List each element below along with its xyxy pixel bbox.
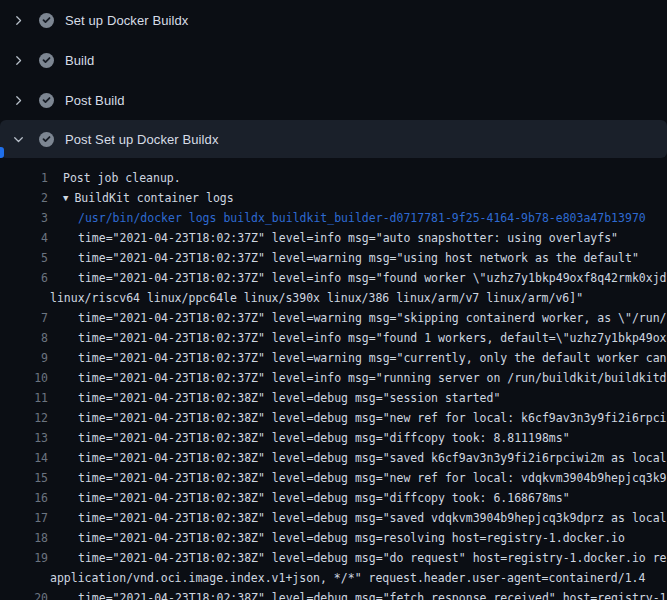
log-text-body: Post job cleanup. [63, 171, 181, 185]
log-text-body: time="2021-04-23T18:02:38Z" level=debug … [78, 471, 667, 485]
log-text: linux/riscv64 linux/ppc64le linux/s390x … [48, 288, 667, 308]
log-text: time="2021-04-23T18:02:37Z" level=info m… [48, 368, 667, 388]
log-text-body: time="2021-04-23T18:02:37Z" level=info m… [78, 371, 667, 385]
log-line: 3 /usr/bin/docker logs buildx_buildkit_b… [0, 208, 667, 228]
log-text: time="2021-04-23T18:02:37Z" level=warnin… [48, 308, 667, 328]
line-number[interactable]: 12 [0, 408, 48, 428]
log-text: Post job cleanup. [48, 168, 667, 188]
log-line: 15 time="2021-04-23T18:02:38Z" level=deb… [0, 468, 667, 488]
line-number[interactable]: 19 [0, 548, 48, 568]
log-line: 19 time="2021-04-23T18:02:38Z" level=deb… [0, 548, 667, 568]
log-line: 11 time="2021-04-23T18:02:38Z" level=deb… [0, 388, 667, 408]
line-number[interactable]: 18 [0, 528, 48, 548]
log-text-body: time="2021-04-23T18:02:37Z" level=info m… [78, 271, 667, 285]
chevron-right-icon[interactable] [13, 55, 24, 66]
line-number[interactable]: 15 [0, 468, 48, 488]
line-number[interactable]: 9 [0, 348, 48, 368]
check-circle-icon [39, 93, 54, 108]
step-label: Post Build [65, 94, 125, 107]
log-line: 6 time="2021-04-23T18:02:37Z" level=info… [0, 268, 667, 288]
log-text: time="2021-04-23T18:02:38Z" level=debug … [48, 408, 667, 428]
log-text-body: linux/riscv64 linux/ppc64le linux/s390x … [50, 291, 583, 305]
log-text-body: time="2021-04-23T18:02:38Z" level=debug … [78, 551, 667, 565]
line-number[interactable]: 4 [0, 228, 48, 248]
line-number[interactable] [0, 288, 48, 308]
log-text: time="2021-04-23T18:02:38Z" level=debug … [48, 388, 667, 408]
log-text-body: time="2021-04-23T18:02:37Z" level=info m… [78, 331, 667, 345]
log-text: time="2021-04-23T18:02:38Z" level=debug … [48, 468, 667, 488]
log-line: 5 time="2021-04-23T18:02:37Z" level=warn… [0, 248, 667, 268]
chevron-right-icon[interactable] [13, 95, 24, 106]
log-text-body: time="2021-04-23T18:02:38Z" level=debug … [78, 531, 625, 545]
log-text-body: application/vnd.oci.image.index.v1+json,… [50, 571, 645, 585]
chevron-right-icon[interactable] [13, 15, 24, 26]
step-label: Set up Docker Buildx [65, 14, 188, 27]
log-viewer: 1 Post job cleanup. 2 ▼BuildKit containe… [0, 158, 667, 600]
step-row[interactable]: Set up Docker Buildx [0, 0, 667, 40]
group-toggle-icon[interactable]: ▼ [63, 188, 68, 208]
log-text: time="2021-04-23T18:02:37Z" level=warnin… [48, 248, 667, 268]
line-number[interactable]: 11 [0, 388, 48, 408]
log-line: 13 time="2021-04-23T18:02:38Z" level=deb… [0, 428, 667, 448]
log-line: 10 time="2021-04-23T18:02:37Z" level=inf… [0, 368, 667, 388]
log-line: 14 time="2021-04-23T18:02:38Z" level=deb… [0, 448, 667, 468]
log-line: 1 Post job cleanup. [0, 168, 667, 188]
log-line: 20 time="2021-04-23T18:02:38Z" level=deb… [0, 588, 667, 600]
log-text-body: time="2021-04-23T18:02:38Z" level=debug … [78, 511, 667, 525]
line-number[interactable]: 6 [0, 268, 48, 288]
log-text-body: /usr/bin/docker logs buildx_buildkit_bui… [78, 211, 646, 225]
line-number[interactable]: 16 [0, 488, 48, 508]
log-line: 18 time="2021-04-23T18:02:38Z" level=deb… [0, 528, 667, 548]
log-text: time="2021-04-23T18:02:37Z" level=info m… [48, 228, 667, 248]
step-row[interactable]: Build [0, 40, 667, 80]
step-label: Post Set up Docker Buildx [65, 133, 219, 146]
log-text-body: time="2021-04-23T18:02:37Z" level=warnin… [78, 251, 639, 265]
log-line: application/vnd.oci.image.index.v1+json,… [0, 568, 667, 588]
line-number[interactable]: 17 [0, 508, 48, 528]
line-number[interactable]: 1 [0, 168, 48, 188]
check-circle-icon [39, 53, 54, 68]
log-line: 17 time="2021-04-23T18:02:38Z" level=deb… [0, 508, 667, 528]
line-number[interactable]: 20 [0, 588, 48, 600]
log-text-body: time="2021-04-23T18:02:38Z" level=debug … [78, 391, 500, 405]
log-text-body: time="2021-04-23T18:02:38Z" level=debug … [78, 491, 570, 505]
step-row[interactable]: Post Build [0, 80, 667, 120]
line-number[interactable]: 2 [0, 188, 48, 208]
line-number[interactable] [0, 568, 48, 588]
log-text: time="2021-04-23T18:02:38Z" level=debug … [48, 488, 667, 508]
log-text: time="2021-04-23T18:02:37Z" level=info m… [48, 268, 667, 288]
log-text-body: time="2021-04-23T18:02:37Z" level=warnin… [78, 351, 667, 365]
log-text-body: time="2021-04-23T18:02:38Z" level=debug … [78, 411, 667, 425]
log-line: 4 time="2021-04-23T18:02:37Z" level=info… [0, 228, 667, 248]
log-line: linux/riscv64 linux/ppc64le linux/s390x … [0, 288, 667, 308]
log-text: application/vnd.oci.image.index.v1+json,… [48, 568, 667, 588]
line-number[interactable]: 8 [0, 328, 48, 348]
log-text: time="2021-04-23T18:02:38Z" level=debug … [48, 448, 667, 468]
log-text-body: time="2021-04-23T18:02:38Z" level=debug … [78, 451, 667, 465]
log-text: time="2021-04-23T18:02:37Z" level=info m… [48, 328, 667, 348]
log-line: 2 ▼BuildKit container logs [0, 188, 667, 208]
line-number[interactable]: 13 [0, 428, 48, 448]
log-line: 8 time="2021-04-23T18:02:37Z" level=info… [0, 328, 667, 348]
log-text: time="2021-04-23T18:02:37Z" level=warnin… [48, 348, 667, 368]
line-number[interactable]: 7 [0, 308, 48, 328]
step-row[interactable]: Post Set up Docker Buildx [0, 120, 667, 158]
chevron-down-icon[interactable] [13, 134, 24, 145]
steps-list: Set up Docker Buildx Build Post Build [0, 0, 667, 158]
step-label: Build [65, 54, 94, 67]
line-number[interactable]: 3 [0, 208, 48, 228]
log-line: 9 time="2021-04-23T18:02:37Z" level=warn… [0, 348, 667, 368]
log-text-body: time="2021-04-23T18:02:38Z" level=debug … [78, 431, 570, 445]
log-line: 12 time="2021-04-23T18:02:38Z" level=deb… [0, 408, 667, 428]
log-text: time="2021-04-23T18:02:38Z" level=debug … [48, 428, 667, 448]
check-circle-icon [39, 13, 54, 28]
log-text-body: time="2021-04-23T18:02:37Z" level=info m… [78, 231, 618, 245]
log-text: time="2021-04-23T18:02:38Z" level=debug … [48, 588, 667, 600]
log-text: time="2021-04-23T18:02:38Z" level=debug … [48, 528, 667, 548]
log-text-body: BuildKit container logs [74, 191, 233, 205]
line-number[interactable]: 5 [0, 248, 48, 268]
log-text: time="2021-04-23T18:02:38Z" level=debug … [48, 548, 667, 568]
line-number[interactable]: 14 [0, 448, 48, 468]
log-text: time="2021-04-23T18:02:38Z" level=debug … [48, 508, 667, 528]
line-number[interactable]: 10 [0, 368, 48, 388]
